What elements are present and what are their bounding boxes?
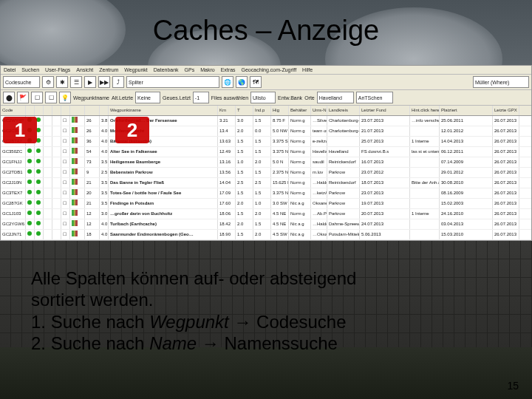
cell — [52, 157, 61, 167]
tb-icon[interactable]: ☐ — [31, 92, 43, 103]
col-header[interactable] — [61, 106, 70, 115]
cell: ☐ — [61, 230, 70, 239]
toolbar-row2: ⬤ 🚩 ☐ ☐ 💡 Wegpunktname Alt.Letzte Keine … — [1, 90, 531, 106]
tb-btn[interactable]: 🌎 — [236, 76, 248, 88]
cell — [44, 209, 52, 219]
cell: 18.90 — [218, 230, 236, 239]
table-row[interactable]: GC2WY4P☐263.8Onefortheroad… Der Fersense… — [1, 116, 531, 126]
table-row[interactable]: GC2YGW6☐124.0Turlbach (Earthcache)18.422… — [1, 219, 531, 230]
tb-icon[interactable]: ☐ — [45, 92, 57, 103]
cell — [70, 230, 85, 239]
menu-item[interactable]: Geocaching.com-Zugriff — [242, 67, 297, 72]
col-header[interactable]: Letzter Fund — [360, 106, 410, 115]
col-header[interactable]: Code — [1, 106, 26, 115]
tb-icon[interactable]: 🚩 — [17, 92, 29, 103]
cell: 73 — [85, 157, 100, 167]
col-header[interactable]: Hig — [271, 106, 289, 115]
cell: saudil — [311, 157, 327, 167]
menu-item[interactable]: Makro — [200, 67, 214, 72]
cell — [44, 188, 52, 198]
col-header[interactable]: Ind.p — [253, 106, 271, 115]
menu-item[interactable]: Hilfe — [302, 67, 313, 72]
dd[interactable]: Keine — [135, 92, 160, 103]
menu-item[interactable]: GPs — [185, 67, 195, 72]
col-header[interactable]: Hint.click here to encrypt — [410, 106, 440, 115]
dd[interactable]: Ulisto — [250, 92, 276, 103]
filter-field[interactable]: Müller (Where) — [473, 76, 529, 88]
tb-btn[interactable]: 🌐 — [222, 76, 233, 88]
cell: 26.07.2013 — [493, 209, 519, 219]
lbl: Entw.Bank — [278, 95, 302, 100]
table-row[interactable]: GC287GK☐213.5Findinge in Potsdam17.602.0… — [1, 199, 531, 209]
menu-item[interactable]: Wegpunkt — [124, 67, 147, 72]
cell — [410, 199, 440, 208]
grid-header[interactable]: CodeWegpunktnameKmTInd.pHigBehälterUms-N… — [1, 106, 531, 116]
cell: 4.5 NE — [271, 219, 289, 229]
table-row[interactable]: GC2JN71☐184.0Saarmunder Endmoränenbogen … — [1, 230, 531, 240]
col-header[interactable] — [85, 106, 100, 115]
cell: 3.5 — [100, 188, 109, 198]
col-header[interactable]: Ums-Name — [311, 106, 327, 115]
menu-item[interactable]: Suchen — [21, 67, 39, 72]
menu-item[interactable]: Datei — [4, 67, 16, 72]
cell — [44, 126, 52, 136]
cell: 2.5 — [236, 178, 253, 188]
col-header[interactable]: Letzte GPX — [493, 106, 519, 115]
table-row[interactable]: GC2C09V☐264.0Mordenschlucht13.42.00.05.0… — [1, 126, 531, 137]
cell: 3.0 — [236, 116, 253, 126]
code-search-input[interactable]: Codesuche — [3, 76, 40, 88]
menu-item[interactable]: Datenbank — [154, 67, 179, 72]
tb-btn[interactable]: ☰ — [70, 76, 82, 88]
col-header[interactable]: Km — [218, 106, 236, 115]
col-header[interactable] — [100, 106, 109, 115]
cell: …Halder — [311, 178, 327, 188]
menu-item[interactable]: Ansicht — [76, 67, 93, 72]
col-header[interactable] — [52, 106, 61, 115]
col-header[interactable]: Behälter — [289, 106, 311, 115]
cell — [70, 199, 85, 208]
tb-btn[interactable]: ▶ — [84, 76, 96, 88]
table-row[interactable]: GC1J103☐123.0…großer darin von Buchholtz… — [1, 209, 531, 219]
name-search-input[interactable]: Spliter — [126, 76, 219, 88]
col-header[interactable] — [26, 106, 35, 115]
cell: ☐ — [61, 116, 70, 126]
col-header[interactable]: T — [236, 106, 253, 115]
dd[interactable]: AnTSchen — [356, 92, 393, 103]
tb-btn[interactable]: ⤴ — [112, 76, 124, 88]
table-row[interactable]: GC2TDB1☐92.5Bebenstein Parkrow13.561.51.… — [1, 168, 531, 178]
cell: …info verschwinden — [410, 116, 440, 126]
table-row[interactable]: GC3TEX7☐203.5Totes-See / bottle how / Fa… — [1, 188, 531, 199]
table-row[interactable]: GC2BTA7☐364.0Bärental (Initsuche)13.631.… — [1, 137, 531, 147]
col-header[interactable]: Landkreis — [327, 106, 360, 115]
cell: 21.07.2013 — [360, 126, 410, 136]
table-row[interactable]: GC1FNJJ☐733.5Heiligensee Baumberge13.161… — [1, 157, 531, 168]
tb-btn[interactable]: ▶▶ — [98, 76, 110, 88]
cell: Norm g — [289, 178, 311, 188]
menu-item[interactable]: Extras — [221, 67, 236, 72]
tb-icon[interactable]: 💡 — [59, 92, 71, 103]
cell: Norm g — [289, 137, 311, 146]
tb-btn[interactable]: ✱ — [56, 76, 68, 88]
menu-item[interactable]: User-Flags — [45, 67, 70, 72]
tb-btn[interactable]: 🗺 — [250, 76, 262, 88]
dd[interactable]: Havelland — [317, 92, 354, 103]
menu-item[interactable]: Zentrum — [99, 67, 118, 72]
cell: 18.07.2013 — [360, 178, 410, 188]
dd[interactable]: -1 — [193, 92, 209, 103]
table-row[interactable]: GC2J10N☐213.5Das Banne in Tegler Fließ14… — [1, 178, 531, 188]
cell: 20 — [85, 188, 100, 198]
col-header[interactable]: Platziert — [440, 106, 493, 115]
col-header[interactable] — [70, 106, 85, 115]
cell: 3.0 — [100, 209, 109, 219]
table-row[interactable]: GC350ZC☐544.0Alter See in Falkensee12.49… — [1, 147, 531, 157]
col-header[interactable]: Wegpunktname — [109, 106, 218, 115]
cell: 12.01.2012 — [440, 126, 493, 136]
cell: 18.42 — [218, 219, 236, 229]
col-header[interactable] — [35, 106, 44, 115]
col-header[interactable] — [44, 106, 52, 115]
cell: 13.16 — [218, 157, 236, 167]
tb-btn[interactable]: ⚙ — [42, 76, 54, 88]
cell: 9 — [85, 168, 100, 177]
tb-icon[interactable]: ⬤ — [3, 92, 15, 103]
cache-grid: CodeWegpunktnameKmTInd.pHigBehälterUms-N… — [1, 106, 531, 240]
